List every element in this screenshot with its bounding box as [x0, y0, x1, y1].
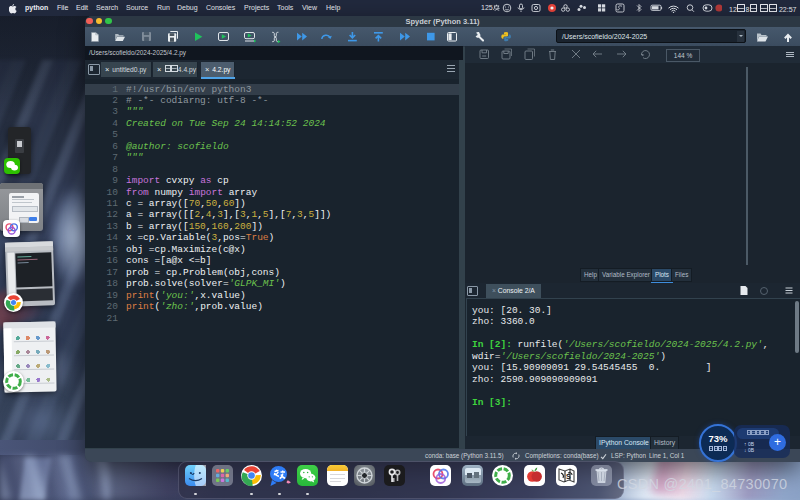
svg-text:S: S — [566, 473, 571, 480]
